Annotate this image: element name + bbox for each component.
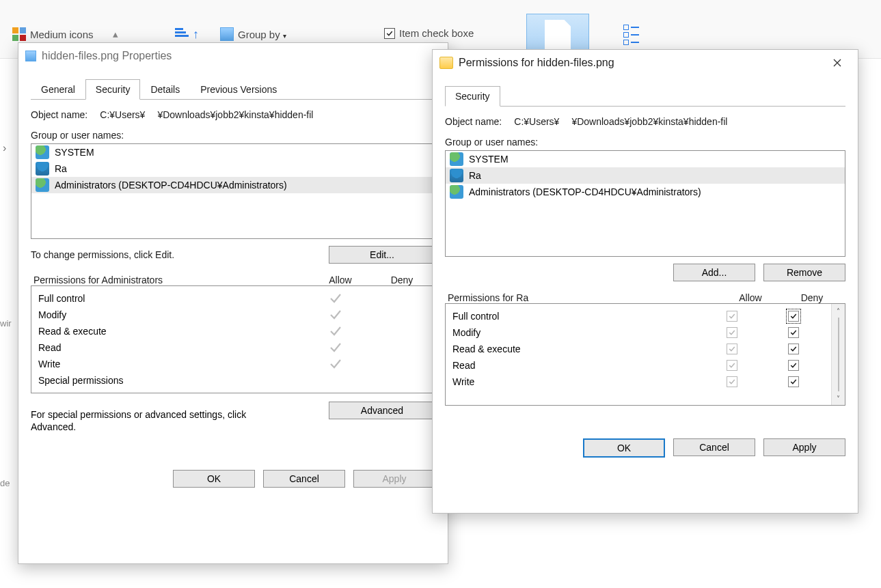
properties-dialog: hidden-files.png Properties General Secu… [18, 42, 448, 564]
allow-checkbox[interactable] [727, 344, 737, 354]
scrollbar[interactable]: ˄ ˅ [831, 304, 845, 405]
list-item[interactable]: SYSTEM [446, 151, 845, 167]
tab-general[interactable]: General [31, 79, 85, 100]
list-item[interactable]: SYSTEM [31, 144, 435, 160]
list-item-label: Administrators (DESKTOP-CD4HDCU¥Administ… [469, 186, 701, 197]
deny-checkbox[interactable] [788, 327, 799, 338]
list-item-label: SYSTEM [55, 147, 94, 158]
apply-button[interactable]: Apply [353, 470, 435, 488]
deny-checkbox[interactable] [788, 376, 799, 387]
ok-button[interactable]: OK [173, 470, 255, 488]
permission-name: Full control [38, 293, 305, 304]
permissions-box: Full controlModifyRead & executeReadWrit… [445, 303, 845, 406]
users-group-icon [450, 152, 463, 166]
allow-cell [305, 292, 366, 305]
nav-forward-chevron-icon[interactable]: › [3, 142, 6, 154]
permissions-dialog: Permissions for hidden-files.png Securit… [432, 49, 858, 514]
permission-row: Special permissions [34, 372, 432, 389]
users-group-icon [36, 145, 49, 159]
permission-name: Write [452, 376, 701, 387]
advanced-button[interactable]: Advanced [329, 402, 435, 419]
permission-row: Full control [448, 308, 828, 324]
cancel-button[interactable]: Cancel [263, 470, 345, 488]
groupby-icon [220, 27, 234, 41]
list-item[interactable]: Ra [446, 167, 845, 184]
permission-name: Modify [38, 309, 305, 320]
tab-security[interactable]: Security [85, 79, 141, 100]
permission-name: Read & execute [452, 344, 701, 354]
ribbon-medium-icons[interactable]: Medium icons ▴ [12, 27, 118, 41]
deny-checkbox[interactable] [788, 360, 799, 371]
allow-checkbox[interactable] [727, 327, 737, 338]
list-item-label: SYSTEM [469, 154, 509, 165]
user-icon [450, 169, 463, 182]
folder-icon [439, 57, 453, 69]
permissions-header: Permissions for Ra [448, 292, 720, 303]
edit-button[interactable]: Edit... [329, 246, 435, 264]
properties-tabs: General Security Details Previous Versio… [31, 79, 435, 100]
object-name-path-1: C:¥Users¥ [100, 109, 145, 120]
permission-row: Read [34, 339, 432, 356]
permission-row: Write [448, 374, 828, 390]
allow-cell [305, 341, 366, 354]
deny-checkbox[interactable] [788, 311, 799, 322]
permission-row: Read [448, 357, 828, 374]
ribbon-item-checkboxes[interactable]: Item check boxe [384, 27, 474, 39]
sort-lines-icon [175, 28, 189, 42]
allow-header: Allow [310, 275, 371, 285]
permission-name: Write [38, 359, 305, 369]
permission-name: Read [38, 342, 305, 353]
advanced-hint: For special permissions or advanced sett… [31, 408, 277, 433]
tab-previous-versions[interactable]: Previous Versions [190, 79, 287, 100]
permission-row: Full control [34, 290, 432, 307]
users-group-icon [36, 178, 49, 192]
list-item-label: Administrators (DESKTOP-CD4HDCU¥Administ… [55, 180, 287, 191]
permission-row: Modify [34, 307, 432, 323]
object-name-path-2: ¥Downloads¥jobb2¥kinsta¥hidden-fil [157, 109, 313, 120]
ok-button[interactable]: OK [583, 438, 665, 458]
permissions-titlebar[interactable]: Permissions for hidden-files.png [433, 50, 858, 76]
apply-button[interactable]: Apply [763, 438, 845, 456]
tab-security[interactable]: Security [445, 86, 500, 107]
checkbox-icon [384, 28, 395, 39]
list-item[interactable]: Administrators (DESKTOP-CD4HDCU¥Administ… [31, 177, 435, 193]
permission-name: Modify [452, 327, 701, 338]
tab-details[interactable]: Details [140, 79, 190, 100]
ribbon-group-by-label: Group by [238, 29, 286, 40]
group-or-user-label: Group or user names: [445, 137, 845, 148]
user-list[interactable]: SYSTEM Ra Administrators (DESKTOP-CD4HDC… [445, 150, 845, 257]
ribbon-sort-icon[interactable]: ↑ [175, 27, 199, 42]
list-item[interactable]: Ra [31, 160, 435, 177]
permission-name: Full control [452, 311, 701, 322]
user-list[interactable]: SYSTEM Ra Administrators (DESKTOP-CD4HDC… [31, 143, 435, 239]
cancel-button[interactable]: Cancel [673, 438, 755, 456]
permission-row: Write [34, 356, 432, 372]
permission-row: Read & execute [34, 323, 432, 339]
allow-cell [305, 308, 366, 322]
spinner-up-icon[interactable]: ▴ [113, 28, 118, 40]
allow-checkbox[interactable] [727, 311, 737, 322]
object-name-path-1: C:¥Users¥ [514, 116, 559, 127]
permission-row: Read & execute [448, 341, 828, 357]
ribbon-group-by[interactable]: Group by [220, 27, 286, 41]
permission-name: Read & execute [38, 326, 305, 337]
list-item-label: Ra [469, 170, 481, 181]
allow-checkbox[interactable] [727, 360, 737, 371]
side-hint-del: de [0, 478, 10, 488]
group-or-user-label: Group or user names: [31, 130, 435, 141]
list-item[interactable]: Administrators (DESKTOP-CD4HDCU¥Administ… [446, 184, 845, 200]
allow-checkbox[interactable] [727, 376, 737, 387]
remove-button[interactable]: Remove [763, 264, 845, 281]
deny-header: Deny [781, 292, 843, 303]
checklist-icon[interactable] [623, 25, 640, 41]
permissions-title: Permissions for hidden-files.png [459, 57, 818, 69]
properties-titlebar[interactable]: hidden-files.png Properties [18, 43, 448, 69]
side-hint-win: wir [0, 318, 12, 328]
deny-checkbox[interactable] [788, 344, 799, 354]
close-button[interactable] [824, 53, 851, 72]
scroll-down-icon[interactable]: ˅ [832, 391, 845, 405]
scroll-thumb[interactable] [838, 318, 839, 391]
add-button[interactable]: Add... [673, 264, 755, 281]
permissions-header: Permissions for Administrators [33, 275, 310, 285]
scroll-up-icon[interactable]: ˄ [832, 304, 845, 318]
